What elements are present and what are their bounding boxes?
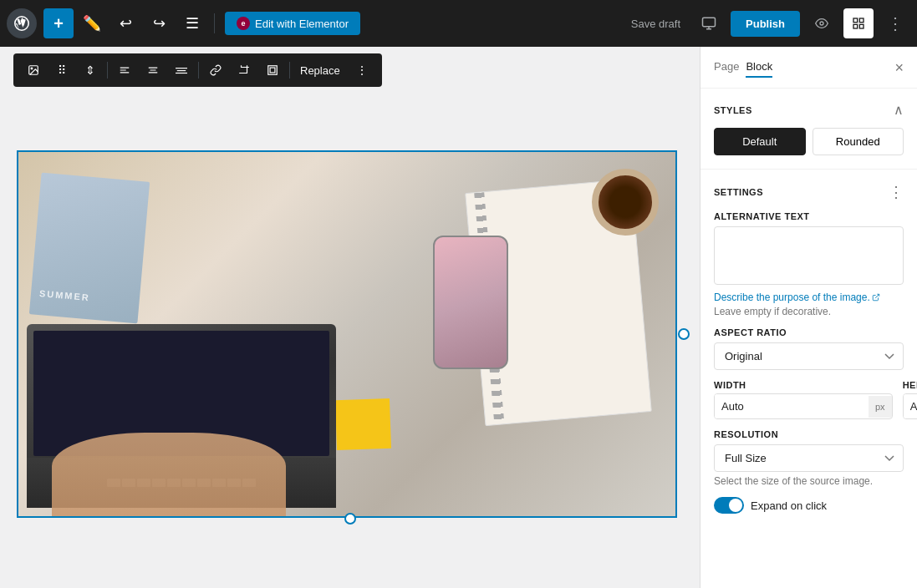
height-field: HEIGHT px (903, 380, 917, 419)
dimensions-row: WIDTH px HEIGHT px (714, 380, 904, 419)
svg-rect-5 (853, 24, 858, 28)
align-left-button[interactable] (111, 57, 138, 84)
image-inner: SUMMER (18, 152, 675, 516)
expand-label: Expand on click (751, 499, 827, 512)
tab-block[interactable]: Block (746, 57, 772, 78)
phone-decoration (433, 236, 508, 369)
resolution-field: RESOLUTION Thumbnail Medium Large Full S… (714, 429, 904, 514)
style-options: Default Rounded (714, 128, 904, 155)
expand-toggle[interactable] (714, 497, 744, 514)
resize-handle-right[interactable] (678, 328, 690, 340)
image-icon-button[interactable] (20, 57, 47, 84)
styles-section: Styles ∧ Default Rounded (700, 89, 917, 170)
svg-rect-2 (853, 18, 858, 23)
alt-text-field: ALTERNATIVE TEXT Describe the purpose of… (714, 211, 904, 317)
describe-link-text: Describe the purpose of the image. (714, 291, 870, 303)
rounded-style-button[interactable]: Rounded (813, 128, 904, 155)
divider (214, 13, 215, 33)
aspect-ratio-label: ASPECT RATIO (714, 327, 904, 337)
move-arrows-button[interactable]: ⇕ (77, 57, 104, 84)
height-input[interactable] (904, 394, 917, 418)
topbar: + ✏️ ↩ ↪ ☰ e Edit with Elementor Save dr… (0, 0, 917, 47)
drag-handle-button[interactable]: ⠿ (48, 57, 75, 84)
expand-row: Expand on click (714, 497, 904, 514)
tools-button[interactable]: ✏️ (77, 8, 107, 38)
wp-logo[interactable] (7, 8, 37, 38)
aspect-ratio-select[interactable]: Original Square - 1:1 Standard - 4:3 Por… (714, 342, 904, 370)
svg-point-1 (820, 22, 823, 25)
list-view-button[interactable]: ☰ (177, 8, 207, 38)
more-options-button[interactable]: ⋮ (880, 8, 910, 38)
svg-rect-10 (176, 73, 187, 74)
coffee-decoration (592, 169, 659, 236)
image-block[interactable]: SUMMER (17, 150, 683, 518)
redo-button[interactable]: ↪ (144, 8, 174, 38)
right-panel: Page Block × Styles ∧ Default Rounded Se… (700, 47, 917, 588)
settings-title: Settings (714, 187, 763, 197)
styles-label: Styles (714, 105, 752, 115)
svg-rect-9 (177, 70, 186, 71)
alt-text-label: ALTERNATIVE TEXT (714, 211, 904, 221)
post-preview-button[interactable] (807, 8, 837, 38)
resolution-helper: Select the size of the source image. (714, 475, 904, 487)
leave-empty-text: Leave empty if decorative. (714, 306, 904, 317)
width-input[interactable] (715, 394, 869, 418)
toolbar-divider-3 (289, 62, 290, 79)
svg-rect-11 (268, 66, 278, 75)
image-toolbar: ⠿ ⇕ (13, 53, 382, 87)
styles-section-title: Styles ∧ (714, 102, 904, 118)
editor-area: ⠿ ⇕ (0, 47, 700, 588)
width-field: WIDTH px (714, 380, 893, 419)
svg-rect-0 (703, 18, 716, 27)
undo-button[interactable]: ↩ (110, 8, 140, 38)
svg-rect-4 (859, 24, 864, 28)
toolbar-divider (107, 62, 108, 79)
magazine-decoration: SUMMER (29, 173, 150, 324)
crop-button[interactable] (231, 57, 257, 84)
svg-rect-3 (859, 18, 864, 23)
publish-button[interactable]: Publish (731, 11, 800, 37)
settings-header: Settings ⋮ (714, 183, 904, 201)
magazine-text: SUMMER (39, 288, 91, 302)
describe-link[interactable]: Describe the purpose of the image. (714, 291, 880, 303)
topbar-right-actions: Save draft Publish ⋮ (624, 8, 910, 38)
width-input-wrap: px (714, 393, 893, 419)
more-image-options-button[interactable]: ⋮ (349, 57, 375, 84)
default-style-button[interactable]: Default (714, 128, 806, 155)
resolution-select[interactable]: Thumbnail Medium Large Full Size (714, 444, 904, 472)
main-area: ⠿ ⇕ (0, 47, 917, 588)
frame-button[interactable] (259, 57, 286, 84)
tab-page[interactable]: Page (714, 57, 739, 78)
add-block-button[interactable]: + (43, 8, 74, 38)
link-button[interactable] (202, 57, 229, 84)
height-input-wrap: px (903, 393, 917, 419)
width-label: WIDTH (714, 380, 893, 390)
resize-handle-bottom[interactable] (344, 513, 356, 525)
image-placeholder: SUMMER (17, 150, 677, 518)
toolbar-divider-2 (198, 62, 199, 79)
panel-header: Page Block × (700, 47, 917, 89)
svg-point-7 (31, 68, 33, 69)
elementor-logo: e (237, 17, 250, 30)
resolution-label: RESOLUTION (714, 429, 904, 439)
svg-line-13 (875, 294, 879, 298)
canvas: SUMMER (0, 47, 700, 588)
height-label: HEIGHT (903, 380, 917, 390)
edit-elementor-label: Edit with Elementor (255, 18, 349, 30)
align-wide-button[interactable] (168, 57, 195, 84)
panel-close-button[interactable]: × (894, 60, 904, 75)
settings-more-button[interactable]: ⋮ (889, 183, 904, 201)
settings-section: Settings ⋮ ALTERNATIVE TEXT Describe the… (700, 170, 917, 527)
align-center-button[interactable] (140, 57, 166, 84)
aspect-ratio-field: ASPECT RATIO Original Square - 1:1 Stand… (714, 327, 904, 370)
edit-elementor-button[interactable]: e Edit with Elementor (225, 12, 360, 35)
replace-button[interactable]: Replace (293, 61, 347, 80)
save-draft-button[interactable]: Save draft (624, 13, 687, 35)
settings-panel-button[interactable] (843, 8, 874, 38)
preview-button[interactable] (694, 8, 724, 38)
svg-rect-8 (176, 68, 187, 68)
alt-text-input[interactable] (714, 226, 904, 285)
sticky-note-decoration (335, 398, 391, 450)
styles-collapse-button[interactable]: ∧ (894, 102, 904, 118)
width-unit: px (869, 396, 892, 418)
